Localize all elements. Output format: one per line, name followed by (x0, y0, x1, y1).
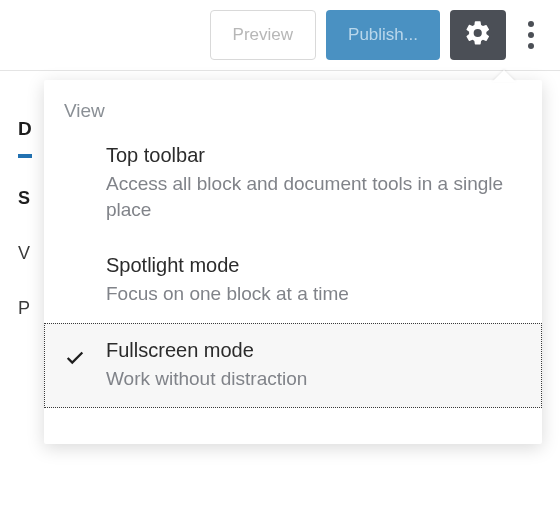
publish-button[interactable]: Publish... (326, 10, 440, 60)
gear-icon (464, 19, 492, 52)
more-options-button[interactable] (516, 10, 546, 60)
menu-item-title: Spotlight mode (106, 254, 522, 277)
menu-item-title: Top toolbar (106, 144, 522, 167)
menu-item-description: Work without distraction (106, 366, 522, 392)
tab-document[interactable]: D (18, 100, 32, 158)
preview-button[interactable]: Preview (210, 10, 316, 60)
toolbar-divider (0, 70, 560, 71)
editor-toolbar: Preview Publish... (0, 0, 560, 70)
menu-item-title: Fullscreen mode (106, 339, 522, 362)
menu-item-top-toolbar[interactable]: Top toolbar Access all block and documen… (44, 128, 542, 238)
preview-button-label: Preview (233, 25, 293, 45)
menu-item-description: Focus on one block at a time (106, 281, 522, 307)
check-icon (64, 347, 86, 369)
menu-item-fullscreen-mode[interactable]: Fullscreen mode Work without distraction (44, 323, 542, 408)
publish-button-label: Publish... (348, 25, 418, 45)
menu-section-heading: View (44, 80, 542, 128)
kebab-icon (528, 21, 534, 27)
menu-item-description: Access all block and document tools in a… (106, 171, 522, 222)
popover-pointer (492, 70, 516, 82)
options-popover: View Top toolbar Access all block and do… (44, 80, 542, 444)
settings-button[interactable] (450, 10, 506, 60)
menu-item-spotlight-mode[interactable]: Spotlight mode Focus on one block at a t… (44, 238, 542, 323)
